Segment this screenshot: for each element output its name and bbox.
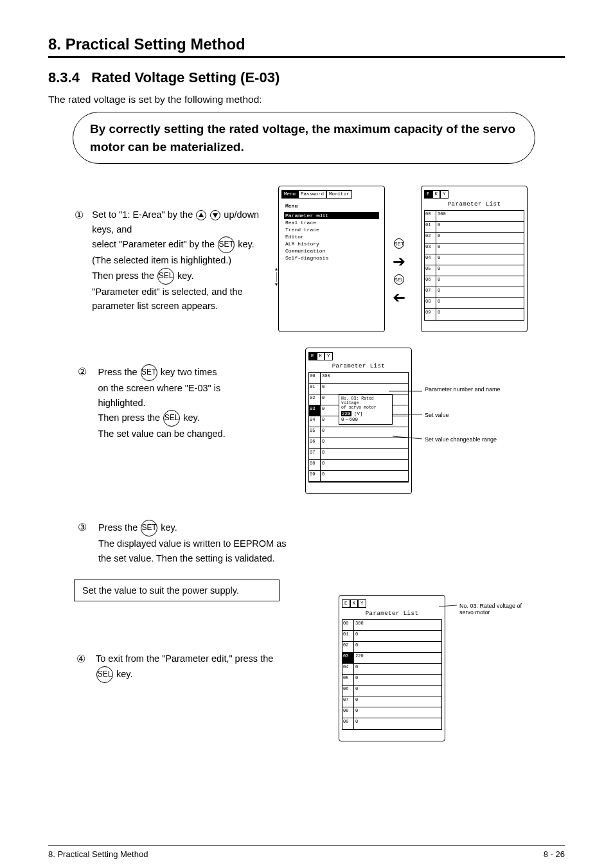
section-number: 8.3.4 [48,69,80,85]
step1-line2: select "Parameter edit" by the [92,239,215,249]
editor-range: 0～600 [341,416,390,423]
step1-text: Set to "1: E-Area" by the up/down keys, … [92,208,267,313]
step2-line2: on the screen where "E-03" is highlighte… [98,383,220,407]
menu-item-6[interactable]: Self-diagnosis [284,254,379,261]
step2-block: ② Press the SET key two times on the scr… [48,348,565,515]
set-key-2[interactable]: SET [141,364,157,381]
tab-menu[interactable]: Menu [281,190,298,199]
set-key[interactable]: SET [218,236,235,253]
step1-line4: Then press the [92,270,154,280]
set-key-mini[interactable]: SET [394,238,404,249]
svg-marker-0 [199,213,204,217]
content-area: 8. Practical Setting Method 8.3.4 Rated … [48,35,565,817]
svg-marker-1 [213,213,218,218]
sel-key-4[interactable]: SEL [96,666,113,683]
step1-line3: (The selected item is highlighted.) [92,255,231,265]
exit-title: Parameter List [342,610,442,617]
section-name: Rated Voltage Setting (E-03) [91,69,280,85]
value-editor-popup[interactable]: No. 03: Rated voltage of servo motor 220… [339,394,393,425]
sel-key[interactable]: SEL [157,268,174,285]
step4-text-col: ④ To exit from the "Parameter edit," pre… [74,651,280,682]
step4-number: ④ [74,651,88,682]
list2-title: Parameter List [308,363,409,369]
header-rule [48,56,565,58]
list1-tab-e[interactable]: E [424,190,432,199]
step3-line1: Press the [98,522,138,533]
down-key-icon[interactable] [210,210,220,220]
arrow-right-icon: ➔ [393,252,405,270]
list1-tab-y[interactable]: Y [440,190,449,199]
step1-number: ① [74,208,84,313]
footer-right: 8 - 26 [544,849,565,859]
leader-lines [389,386,427,450]
annot-param-name: Parameter number and name [425,386,501,393]
step1-text-col: ① Set to "1: E-Area" by the up/down keys… [74,208,267,313]
step2-line1: Press the [98,367,137,377]
nav-arrows: SET ➔ SEL ➔ [393,238,405,306]
step3-line2: The displayed value is written to EEPROM… [98,538,287,563]
menu-item-5[interactable]: Communication [284,247,379,254]
list1-tab-k[interactable]: K [432,190,441,199]
menu-tabs: Menu Password Monitor [281,190,382,199]
page: 8. Practical Setting Method 8.3.4 Rated … [0,0,613,868]
menu-screen: Menu Password Monitor Menu Parameter edi… [278,186,385,332]
menu-item-1[interactable]: Real trace [284,219,379,226]
param-list-screen-exit: E K Y Parameter List 00300 010 020 03220… [339,595,445,741]
list1-title: Parameter List [424,201,524,208]
step2-number: ② [74,364,90,441]
arrow-left-icon: ➔ [393,288,405,306]
svg-line-4 [393,436,422,439]
menu-item-4[interactable]: ALM history [284,240,379,247]
footer: 8. Practical Setting Method 8 - 26 [48,845,565,859]
menu-scroll-decor: ▲││▼ [275,267,278,287]
up-key-icon[interactable] [196,210,206,220]
step4-text: To exit from the "Parameter edit," press… [96,651,280,682]
step4-line1: To exit from the "Parameter edit," press… [96,653,273,664]
param-list-screen-1: E K Y Parameter List 00300 010 020 030 0… [421,186,528,332]
menu-item-0[interactable]: Parameter edit [284,212,379,219]
annot-range: Set value changeable range [425,436,508,443]
exit-annot: No. 03: Rated voltage of servo motor [459,603,537,616]
footer-left: 8. Practical Setting Method [48,849,148,859]
menu-item-2[interactable]: Trend trace [284,226,379,233]
exit-tab-k[interactable]: K [350,599,359,608]
editor-value[interactable]: 220 [341,411,351,416]
step2-line4: The set value can be changed. [98,429,225,439]
sel-key-mini[interactable]: SEL [394,274,404,285]
tab-monitor[interactable]: Monitor [326,190,352,199]
list2-tab-e[interactable]: E [308,352,317,360]
exit-leader-line [443,604,462,610]
chapter-title: 8. Practical Setting Method [48,35,565,53]
editor-unit: [V] [354,411,363,416]
step1-block: ① Set to "1: E-Area" by the up/down keys… [48,186,565,345]
list2-tab-y[interactable]: Y [324,352,333,360]
purpose-box: By correctly setting the rated voltage, … [73,112,535,164]
sel-key-2[interactable]: SEL [163,410,180,427]
step2-text: Press the SET key two times on the scree… [98,364,267,441]
editor-title: No. 03: Rated voltage of servo motor [341,396,390,410]
step4-block: ④ To exit from the "Parameter edit," pre… [48,576,565,743]
step2-text-col: ② Press the SET key two times on the scr… [74,364,267,441]
menu-item-3[interactable]: Editor [284,233,379,240]
set-key-3[interactable]: SET [141,520,157,536]
menu-title: Menu [284,202,379,209]
exit-tab-e[interactable]: E [342,599,350,608]
annot-set-value: Set value [425,412,449,418]
section-heading: 8.3.4 Rated Voltage Setting (E-03) [48,69,565,86]
tab-password[interactable]: Password [298,190,326,199]
step1-line1: Set to "1: E-Area" by the [92,209,193,220]
step2-line3: Then press the [98,412,160,423]
list2-tab-k[interactable]: K [317,352,325,360]
intro-line: The rated voltage is set by the followin… [48,94,565,105]
step3-number: ③ [74,520,91,565]
exit-tab-y[interactable]: Y [358,599,366,608]
step3-text: Press the SET key. The displayed value i… [98,520,291,565]
step1-line5: "Parameter edit" is selected, and the pa… [92,287,242,311]
step3-block: ③ Press the SET key. The displayed value… [48,520,565,565]
